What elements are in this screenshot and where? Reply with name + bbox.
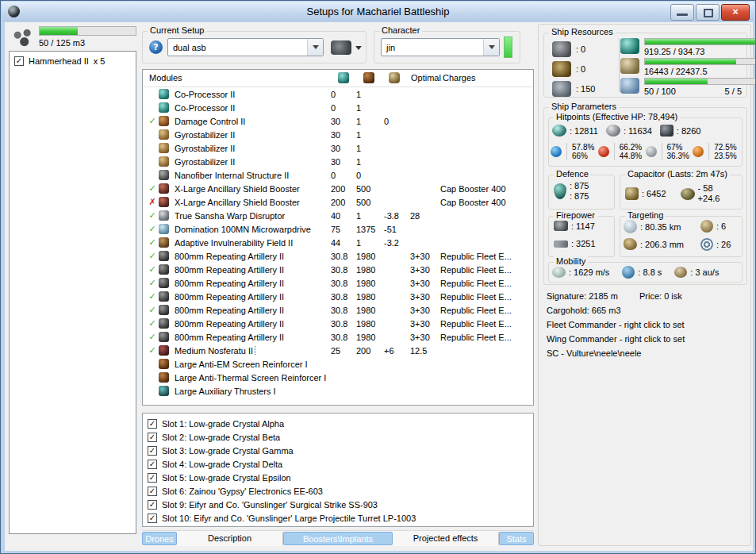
tab-stats[interactable]: Stats [499, 532, 534, 545]
setup-select[interactable]: dual asb [167, 38, 324, 56]
module-name: Gyrostabilizer II [173, 144, 236, 153]
module-row[interactable]: ✓ 800mm Repeating Artillery II 30.8 1980… [143, 330, 533, 344]
implant-slot-row[interactable]: ✓ Slot 3: Low-grade Crystal Gamma [143, 444, 533, 457]
squad-commander-text[interactable]: SC - Vulture\neele\neele [547, 348, 641, 358]
module-cpu: 30.8 [331, 333, 356, 342]
module-row[interactable]: Co-Processor II 0 1 [143, 87, 533, 101]
cpu-module-icon [159, 102, 169, 113]
implant-slot-row[interactable]: ✓ Slot 4: Low-grade Crystal Delta [143, 457, 533, 471]
module-row[interactable]: Large Auxiliary Thrusters I [143, 384, 533, 398]
module-powergrid: 1 [356, 157, 384, 167]
module-powergrid: 1980 [356, 333, 384, 342]
module-charges: Republic Fleet E... [440, 279, 533, 288]
implant-slot-row[interactable]: ✓ Slot 6: Zainou 'Gypsy' Electronics EE-… [143, 484, 533, 498]
tab-projected-effects[interactable]: Projected effects [393, 532, 499, 545]
capacitor-delta-top: - 58 [698, 183, 720, 194]
ship-icon[interactable] [331, 40, 351, 55]
module-row[interactable]: ✓ 800mm Repeating Artillery II 30.8 1980… [143, 317, 533, 330]
implant-slot-row[interactable]: ✓ Slot 1: Low-grade Crystal Alpha [143, 417, 533, 430]
tab-drones[interactable]: Drones [142, 532, 177, 545]
module-name: 800mm Repeating Artillery II [173, 319, 286, 329]
character-select-value: jin [386, 43, 395, 52]
module-row[interactable]: Co-Processor II 0 1 [143, 101, 533, 114]
module-row[interactable]: ✓ Damage Control II 30 1 0 [143, 114, 533, 128]
module-row[interactable]: ✓ 800mm Repeating Artillery II 30.8 1980… [143, 263, 533, 276]
active-check-icon: ✓ [146, 345, 159, 356]
module-row[interactable]: Gyrostabilizer II 30 1 [143, 141, 533, 155]
close-button[interactable]: × [721, 4, 750, 21]
module-row[interactable]: ✓ Domination 100MN Microwarpdrive 75 137… [143, 222, 533, 236]
module-name: True Sansha Warp Disruptor [173, 211, 286, 221]
turret-slots-icon [552, 41, 571, 57]
rig-em-module-icon [159, 359, 169, 369]
implant-slot-row[interactable]: ✓ Slot 2: Low-grade Crystal Beta [143, 430, 533, 444]
active-check-icon: ✓ [146, 183, 159, 194]
mwd-module-icon [159, 224, 169, 234]
module-row[interactable]: ✓ 800mm Repeating Artillery II 30.8 1980… [143, 290, 533, 303]
module-optimal: 3+30 [410, 306, 440, 315]
maximize-button[interactable] [696, 4, 720, 21]
checkbox[interactable]: ✓ [148, 514, 157, 523]
armor-resist-value: 23.5% [714, 152, 736, 160]
tab-description[interactable]: Description [177, 532, 283, 545]
launcher-slots-icon [552, 61, 571, 77]
armor-hp-icon [606, 125, 620, 137]
ship-menu-caret-icon[interactable] [355, 46, 362, 50]
checkbox[interactable]: ✓ [14, 56, 24, 66]
module-row[interactable]: ✓ 800mm Repeating Artillery II 30.8 1980… [143, 249, 533, 263]
resist-cell: 67% 36.3% [646, 143, 693, 160]
active-check-icon: ✓ [146, 278, 159, 288]
module-row[interactable]: ✓ 800mm Repeating Artillery II 30.8 1980… [143, 303, 533, 317]
capacitor-amount: : 6452 [642, 189, 666, 198]
fleet-commander-text[interactable]: Fleet Commander - right click to set [547, 320, 685, 329]
artillery-module-icon [159, 278, 169, 288]
item-label: Slot 2: Low-grade Crystal Beta [162, 433, 280, 442]
scan-resolution-value: : 206.3 mm [640, 240, 684, 249]
drone-list-item[interactable]: ✓ Hammerhead II x 5 [10, 54, 136, 67]
implant-slot-row[interactable]: ✓ Slot 9: Eifyr and Co. 'Gunslinger' Sur… [143, 498, 533, 511]
module-name: 800mm Repeating Artillery II [173, 265, 286, 275]
module-powergrid: 1 [356, 144, 384, 153]
module-row[interactable]: ✓ True Sansha Warp Disruptor 40 1 -3.8 2… [143, 209, 533, 222]
module-cpu: 30 [331, 157, 356, 167]
chevron-down-icon[interactable] [307, 39, 323, 56]
module-row[interactable]: ✗ X-Large Ancillary Shield Booster 200 5… [143, 195, 533, 209]
module-row[interactable]: ✓ X-Large Ancillary Shield Booster 200 5… [143, 182, 533, 195]
module-row[interactable]: ✓ 800mm Repeating Artillery II 30.8 1980… [143, 276, 533, 290]
capacitor-label: Capacitor (Lasts: 2m 47s) [625, 169, 730, 179]
item-label: Slot 3: Low-grade Crystal Gamma [162, 446, 294, 456]
module-name: Gyrostabilizer II [173, 130, 236, 140]
module-row[interactable]: Gyrostabilizer II 30 1 [143, 155, 533, 168]
module-row[interactable]: ✓ Medium Nosferatu II 25 200 +6 12.5 [143, 344, 533, 357]
checkbox[interactable]: ✓ [148, 500, 157, 510]
checkbox[interactable]: ✓ [148, 473, 157, 483]
checkbox[interactable]: ✓ [148, 419, 157, 429]
module-charges: Republic Fleet E... [440, 265, 533, 275]
tab-boosters-implants[interactable]: Boosters\Implants [283, 532, 393, 545]
minimize-button[interactable] [670, 4, 694, 21]
checkbox[interactable]: ✓ [148, 487, 157, 496]
wing-commander-text[interactable]: Wing Commander - right click to set [547, 334, 685, 344]
checkbox[interactable]: ✓ [148, 460, 157, 469]
title-bar[interactable]: Setups for Machariel Battleship × [2, 2, 754, 21]
checkbox[interactable]: ✓ [148, 446, 157, 456]
character-label: Character [379, 25, 422, 35]
module-cpu: 0 [331, 103, 356, 113]
module-powergrid: 1980 [356, 265, 384, 275]
help-icon[interactable]: ? [149, 40, 163, 54]
character-group: Character jin [374, 31, 520, 63]
module-row[interactable]: Nanofiber Internal Structure II 0 0 [143, 168, 533, 182]
drone-list[interactable]: ✓ Hammerhead II x 5 [9, 51, 136, 534]
character-select[interactable]: jin [381, 38, 500, 56]
implant-slot-row[interactable]: ✓ Slot 10: Eifyr and Co. 'Gunslinger' La… [143, 511, 533, 525]
module-row[interactable]: ✓ Adaptive Invulnerability Field II 44 1… [143, 236, 533, 249]
chevron-down-icon[interactable] [483, 39, 499, 56]
implant-slot-row[interactable]: ✓ Slot 5: Low-grade Crystal Epsilon [143, 471, 533, 484]
capacitor-column-icon [389, 72, 400, 83]
module-row[interactable]: Gyrostabilizer II 30 1 [143, 128, 533, 141]
module-row[interactable]: Large Anti-Thermal Screen Reinforcer I [143, 371, 533, 384]
module-optimal: 3+30 [410, 292, 440, 302]
resist-cell: 66.2% 44.8% [598, 143, 646, 160]
checkbox[interactable]: ✓ [148, 433, 157, 442]
module-row[interactable]: Large Anti-EM Screen Reinforcer I [143, 357, 533, 371]
